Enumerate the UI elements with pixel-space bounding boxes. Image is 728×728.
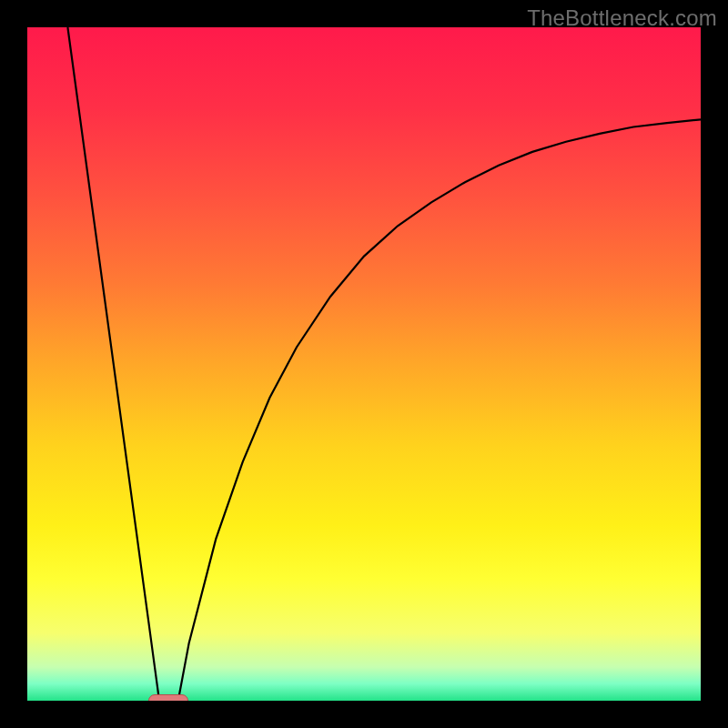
curve-left-branch [67, 27, 159, 701]
watermark-text: TheBottleneck.com [527, 5, 717, 31]
bottleneck-curve [27, 27, 701, 701]
minimum-marker [148, 694, 188, 701]
plot-area [27, 27, 701, 701]
curve-right-branch [178, 119, 701, 701]
chart-frame: TheBottleneck.com [0, 0, 728, 728]
